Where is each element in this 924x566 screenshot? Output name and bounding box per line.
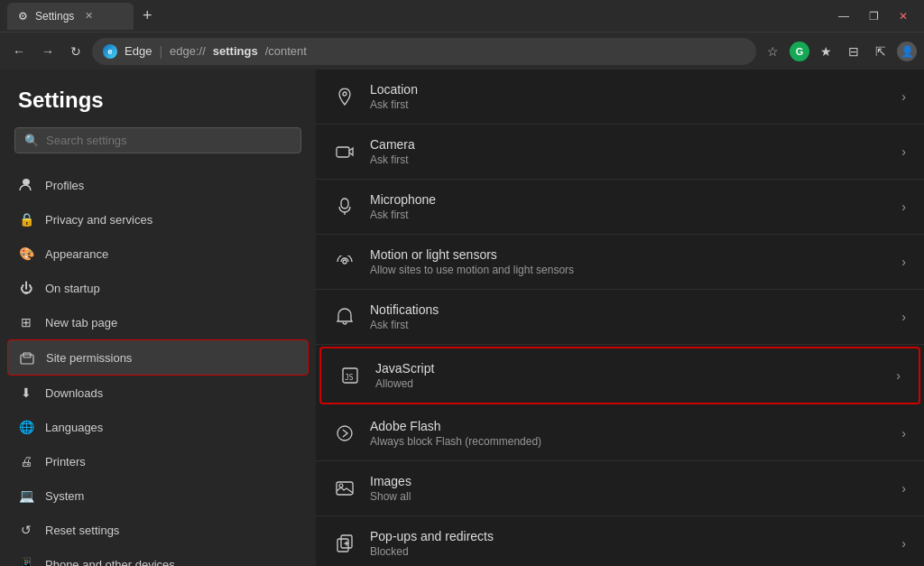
settings-item-motion-sensors[interactable]: Motion or light sensors Allow sites to u…: [316, 235, 924, 290]
profile-avatar[interactable]: 👤: [897, 42, 917, 61]
microphone-chevron-icon: ›: [901, 199, 906, 214]
svg-point-4: [343, 92, 346, 96]
collections-button[interactable]: ⊟: [843, 41, 864, 62]
settings-item-images[interactable]: Images Show all ›: [316, 461, 924, 516]
profiles-label: Profiles: [45, 179, 84, 192]
sidebar-item-profiles[interactable]: Profiles: [0, 168, 316, 202]
microphone-icon: [334, 196, 356, 218]
images-title: Images: [370, 474, 887, 488]
edge-text: Edge: [125, 44, 152, 58]
settings-item-location[interactable]: Location Ask first ›: [316, 70, 924, 125]
languages-label: Languages: [45, 421, 103, 434]
javascript-subtitle: Allowed: [375, 377, 882, 390]
site-permissions-label: Site permissions: [46, 351, 132, 365]
search-box[interactable]: 🔍: [14, 127, 301, 153]
search-settings-input[interactable]: [46, 134, 291, 147]
location-chevron-icon: ›: [901, 89, 906, 104]
adobe-flash-chevron-icon: ›: [901, 426, 906, 441]
sidebar-item-phone-devices[interactable]: 📱 Phone and other devices: [0, 547, 316, 566]
notifications-chevron-icon: ›: [901, 310, 906, 324]
restore-button[interactable]: ❐: [860, 6, 888, 26]
url-divider: |: [159, 44, 162, 59]
sidebar-item-reset-settings[interactable]: ↺ Reset settings: [0, 513, 316, 547]
tab-close-btn[interactable]: ✕: [85, 10, 93, 22]
motion-sensors-chevron-icon: ›: [901, 255, 906, 269]
images-icon: [334, 478, 356, 499]
favorites-button[interactable]: ★: [815, 41, 837, 62]
location-subtitle: Ask first: [370, 98, 887, 111]
settings-item-popups[interactable]: Pop-ups and redirects Blocked ›: [316, 516, 924, 566]
javascript-chevron-icon: ›: [896, 368, 901, 383]
sidebar-item-new-tab-page[interactable]: ⊞ New tab page: [0, 305, 316, 339]
sidebar-title: Settings: [0, 88, 316, 127]
notifications-title: Notifications: [370, 302, 887, 317]
sidebar-item-downloads[interactable]: ⬇ Downloads: [0, 376, 316, 410]
sidebar-item-on-startup[interactable]: ⏻ On startup: [0, 271, 316, 305]
svg-rect-0: [23, 179, 30, 185]
popups-subtitle: Blocked: [370, 545, 887, 558]
location-text: Location Ask first: [370, 82, 887, 111]
svg-point-11: [337, 426, 352, 441]
share-button[interactable]: ⇱: [870, 41, 892, 62]
svg-text:JS: JS: [345, 374, 354, 382]
minimize-button[interactable]: —: [829, 6, 858, 26]
sidebar-item-system[interactable]: 💻 System: [0, 478, 316, 513]
notifications-text: Notifications Ask first: [370, 302, 887, 331]
sidebar-item-privacy[interactable]: 🔒 Privacy and services: [0, 202, 316, 237]
settings-item-adobe-flash[interactable]: Adobe Flash Always block Flash (recommen…: [316, 406, 924, 461]
popups-icon: [334, 533, 356, 554]
images-chevron-icon: ›: [901, 481, 906, 496]
sidebar-item-site-permissions[interactable]: Site permissions: [7, 339, 309, 376]
tab-settings-icon: ⚙: [18, 10, 28, 23]
title-bar: ⚙ Settings ✕ + — ❐ ✕: [0, 0, 924, 32]
phone-devices-label: Phone and other devices: [45, 558, 175, 567]
back-button[interactable]: ←: [7, 41, 31, 62]
url-bar[interactable]: e Edge | edge://settings/content: [92, 38, 756, 65]
camera-text: Camera Ask first: [370, 137, 887, 166]
sidebar-item-printers[interactable]: 🖨 Printers: [0, 444, 316, 478]
system-label: System: [45, 489, 84, 503]
microphone-text: Microphone Ask first: [370, 192, 887, 221]
settings-item-notifications[interactable]: Notifications Ask first ›: [316, 290, 924, 345]
adobe-flash-text: Adobe Flash Always block Flash (recommen…: [370, 419, 887, 448]
search-icon: 🔍: [24, 134, 39, 147]
downloads-icon: ⬇: [18, 385, 34, 401]
adobe-flash-icon: [334, 422, 356, 444]
settings-tab[interactable]: ⚙ Settings ✕: [7, 3, 134, 30]
new-tab-page-icon: ⊞: [18, 314, 34, 330]
popups-chevron-icon: ›: [901, 536, 906, 551]
svg-rect-5: [337, 147, 349, 157]
site-permissions-icon: [19, 349, 35, 366]
location-icon: [334, 86, 356, 107]
appearance-icon: 🎨: [18, 246, 34, 262]
tab-area: ⚙ Settings ✕ +: [7, 3, 822, 30]
javascript-title: JavaScript: [375, 361, 882, 376]
sidebar-item-appearance[interactable]: 🎨 Appearance: [0, 237, 316, 271]
notifications-subtitle: Ask first: [370, 319, 887, 331]
motion-sensors-title: Motion or light sensors: [370, 247, 887, 262]
settings-item-camera[interactable]: Camera Ask first ›: [316, 125, 924, 180]
forward-button[interactable]: →: [36, 41, 60, 62]
favorites-star-button[interactable]: ☆: [762, 41, 784, 62]
close-window-button[interactable]: ✕: [890, 6, 917, 26]
notifications-icon: [334, 306, 356, 328]
new-tab-button[interactable]: +: [137, 5, 158, 27]
tab-label: Settings: [35, 10, 74, 23]
edge-logo-icon: e: [103, 44, 117, 59]
url-bold-part: settings: [213, 44, 258, 58]
location-title: Location: [370, 82, 887, 97]
javascript-text: JavaScript Allowed: [375, 361, 882, 390]
refresh-button[interactable]: ↻: [65, 41, 87, 62]
camera-chevron-icon: ›: [901, 144, 906, 159]
svg-point-8: [343, 260, 346, 264]
grammarly-icon[interactable]: G: [790, 42, 809, 61]
sidebar-item-languages[interactable]: 🌐 Languages: [0, 410, 316, 444]
microphone-title: Microphone: [370, 192, 887, 207]
printers-label: Printers: [45, 455, 86, 469]
settings-item-microphone[interactable]: Microphone Ask first ›: [316, 180, 924, 235]
motion-sensors-text: Motion or light sensors Allow sites to u…: [370, 247, 887, 276]
settings-item-javascript[interactable]: JS JavaScript Allowed ›: [319, 347, 920, 404]
camera-title: Camera: [370, 137, 887, 152]
privacy-icon: 🔒: [18, 211, 34, 227]
appearance-label: Appearance: [45, 247, 108, 261]
